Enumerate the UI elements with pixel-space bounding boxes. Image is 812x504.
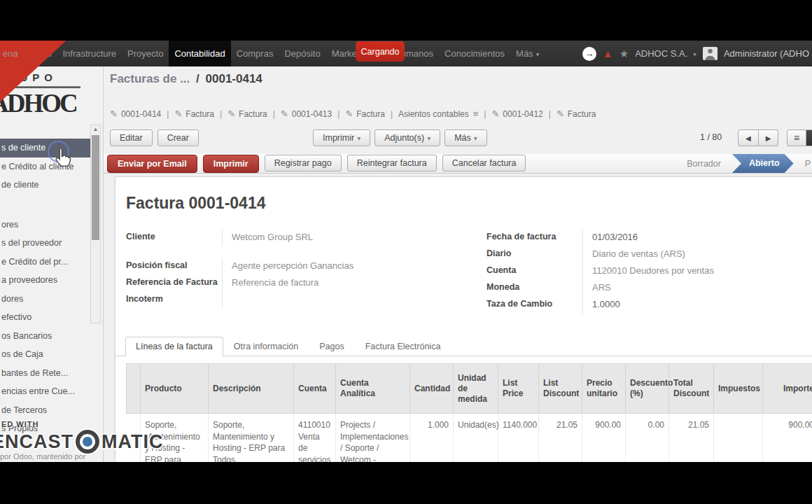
cancel-invoice-button[interactable]: Cancelar factura	[442, 155, 526, 172]
col-descripcion[interactable]: Descripción	[209, 364, 294, 414]
col-precio-unitario[interactable]: Precio unitario	[582, 364, 626, 414]
col-total-discount[interactable]: Total Discount	[669, 364, 714, 414]
sidebar-item-efectivo[interactable]: efectivo	[0, 308, 103, 327]
quicklink-label: Factura	[568, 109, 596, 119]
quicklink[interactable]: ✎Factura	[332, 108, 385, 119]
breadcrumb: Facturas de ... / 0001-0414	[110, 72, 262, 86]
col-cuenta-analitica[interactable]: Cuenta Analítica	[336, 364, 410, 414]
pencil-icon: ✎	[174, 108, 182, 119]
field-posicion-fiscal: Posición fiscal Agente percepción Gananc…	[126, 258, 462, 275]
breadcrumb-parent[interactable]: Facturas de ...	[110, 72, 190, 85]
login-arrow-icon[interactable]: →	[582, 47, 596, 61]
referencia-factura-value[interactable]: Referencia de factura	[222, 275, 462, 292]
tab-factura-electronica[interactable]: Factura Electrónica	[355, 337, 451, 356]
menu-item-conocimientos[interactable]: Conocimientos	[439, 41, 510, 66]
invoice-lines-table: Producto Descripción Cuenta Cuenta Analí…	[126, 363, 812, 477]
col-cantidad[interactable]: Cantidad	[410, 364, 454, 414]
quicklink[interactable]: ✎0001-0412	[478, 108, 542, 119]
field-referencia-factura: Referencia de Factura Referencia de fact…	[126, 275, 462, 292]
cliente-value[interactable]: Wetcom Group SRL	[222, 230, 462, 246]
avatar[interactable]	[703, 47, 718, 60]
sidebar-item-dores[interactable]: dores	[0, 290, 103, 309]
menu-item-contabilidad[interactable]: Contabilidad	[169, 41, 230, 66]
tab-pagos[interactable]: Pagos	[309, 337, 354, 356]
status-abierto-active[interactable]: Abierto	[732, 154, 794, 173]
list-icon: ≡	[473, 108, 479, 119]
col-unidad-medida[interactable]: Unidad de medida	[454, 364, 498, 414]
field-label: Moneda	[486, 280, 582, 292]
send-email-button[interactable]: Enviar por Email	[107, 155, 197, 173]
odoo-app-window: ena Ventas Infrastructure Proyecto Conta…	[0, 41, 812, 462]
quicklink-asientos-contables[interactable]: Asientos contables≡	[385, 108, 478, 119]
watermark-right-text: MATIC	[102, 431, 163, 453]
sidebar-item-notas-credito-proveedor[interactable]: e Crédito del pr...	[0, 253, 103, 272]
quicklink[interactable]: ✎Factura	[543, 108, 596, 119]
menu-item-deposito[interactable]: Depósito	[279, 41, 326, 66]
moneda-value[interactable]: ARS	[582, 280, 812, 297]
sidebar-scrollbar[interactable]: ▲	[90, 125, 101, 323]
incoterm-value[interactable]	[222, 292, 462, 309]
sidebar-item-extractos-bancarios[interactable]: os Bancarios	[0, 327, 103, 346]
menu-item-fragment[interactable]: ena	[0, 41, 18, 66]
watermark-left-text: ENCAST	[0, 431, 74, 453]
quicklink[interactable]: ✎Factura	[161, 108, 214, 119]
menu-item-mas[interactable]: Más▾	[510, 41, 545, 67]
quicklink-label: Factura	[186, 109, 214, 119]
company-menu[interactable]: ADHOC S.A. ▾	[635, 48, 696, 59]
field-label: Taza de Cambio	[486, 297, 582, 309]
cuenta-value[interactable]: 1120010 Deudores por ventas	[582, 263, 812, 280]
tab-lineas-factura[interactable]: Líneas de la factura	[125, 337, 223, 356]
posicion-fiscal-value[interactable]: Agente percepción Ganancias	[222, 258, 462, 275]
sidebar-item-facturas-proveedor[interactable]: s del proveedor	[0, 234, 103, 253]
refund-invoice-button[interactable]: Reintegrar factura	[347, 155, 437, 172]
field-moneda: Moneda ARS	[486, 280, 812, 297]
user-menu[interactable]: Administrator (ADHO	[724, 48, 809, 59]
col-list-price[interactable]: List Price	[498, 364, 539, 414]
form-view-button[interactable]	[806, 130, 812, 146]
field-fecha-factura: Fecha de factura 01/03/2016	[486, 230, 812, 246]
scroll-up-icon[interactable]: ▲	[92, 126, 99, 132]
quicklink[interactable]: ✎0001-0414	[110, 108, 161, 119]
col-importe[interactable]: Importe	[763, 364, 812, 414]
list-view-button[interactable]: ≡	[787, 130, 806, 146]
sidebar-item-comprobantes-retencion[interactable]: bantes de Rete...	[0, 364, 103, 383]
taza-cambio-value[interactable]: 1.0000	[582, 297, 812, 314]
sidebar-item-cheques-terceros[interactable]: de Terceros	[0, 401, 103, 420]
fecha-factura-value[interactable]: 01/03/2016	[582, 230, 812, 246]
col-cuenta[interactable]: Cuenta	[294, 364, 336, 414]
sidebar-item-facturas-de-cliente[interactable]: s de cliente	[0, 139, 92, 158]
menu-item-mas-label: Más	[516, 48, 533, 59]
warning-icon[interactable]: ▲	[603, 48, 613, 59]
print-button[interactable]: Imprimir	[203, 155, 259, 173]
menu-item-proyecto[interactable]: Proyecto	[122, 41, 169, 66]
star-icon[interactable]: ★	[620, 48, 629, 60]
main-content: Facturas de ... / 0001-0414 ✎0001-0414 ✎…	[104, 66, 812, 462]
sidebar-item-proveedores[interactable]: ores	[0, 216, 103, 234]
col-producto[interactable]: Producto	[141, 364, 209, 414]
tab-otra-informacion[interactable]: Otra información	[223, 337, 309, 356]
sidebar-item-registros-caja[interactable]: os de Caja	[0, 345, 103, 364]
col-descuento[interactable]: Descuento (%)	[626, 364, 669, 414]
pager-count: 1 / 80	[700, 132, 722, 142]
pager-previous-button[interactable]: ◀	[738, 130, 759, 146]
sidebar-item-transferencias[interactable]: encias entre Cue...	[0, 382, 103, 401]
screencast-watermark: ED WITH ENCAST MATIC	[0, 420, 164, 454]
field-label: Cuenta	[486, 263, 582, 275]
sidebar-item-recibos-cliente[interactable]: de cliente	[0, 176, 103, 195]
pager-next-button[interactable]: ▶	[759, 130, 779, 146]
scrollbar-thumb[interactable]	[92, 135, 99, 240]
col-handle	[127, 364, 141, 414]
status-pagado-fragment[interactable]: P	[794, 159, 812, 169]
register-payment-button[interactable]: Registrar pago	[265, 155, 342, 172]
sidebar-item-pagos-proveedores[interactable]: a proveedores	[0, 271, 103, 290]
quicklink[interactable]: ✎Factura	[214, 108, 267, 119]
col-impuestos[interactable]: Impuestos	[714, 364, 763, 414]
toolbar: Editar Crear Imprimir▾ Adjunto(s)▾ Más▾ …	[104, 130, 812, 148]
col-list-discount[interactable]: List Discount	[539, 364, 582, 414]
quicklink[interactable]: ✎0001-0413	[267, 108, 332, 119]
status-borrador[interactable]: Borrador	[676, 159, 732, 169]
screencast-o-matic-logo-icon	[76, 430, 99, 454]
menu-item-infrastructure[interactable]: Infrastructure	[57, 41, 122, 66]
menu-item-compras[interactable]: Compras	[231, 41, 279, 66]
diario-value[interactable]: Diario de ventas (ARS)	[582, 246, 812, 263]
